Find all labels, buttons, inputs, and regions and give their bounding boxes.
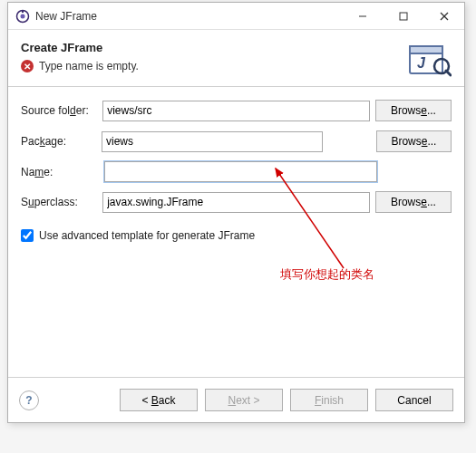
svg-rect-4 xyxy=(400,13,407,20)
source-folder-input[interactable] xyxy=(102,101,370,121)
maximize-button[interactable] xyxy=(383,3,423,30)
header-title: Create JFrame xyxy=(21,41,408,54)
source-folder-label: Source folder: xyxy=(21,104,97,117)
svg-line-12 xyxy=(276,169,344,268)
finish-button[interactable]: Finish xyxy=(290,389,368,411)
error-message: ✕ Type name is empty. xyxy=(21,60,408,72)
cancel-button[interactable]: Cancel xyxy=(375,389,453,411)
svg-rect-8 xyxy=(410,46,442,53)
window-title: New JFrame xyxy=(35,10,342,23)
package-row: Package: Browse... xyxy=(21,130,452,152)
svg-rect-2 xyxy=(22,10,24,13)
annotation-text: 填写你想起的类名 xyxy=(280,266,374,283)
back-button[interactable]: < Back xyxy=(120,389,198,411)
svg-line-11 xyxy=(446,71,451,75)
svg-text:J: J xyxy=(417,55,426,71)
advanced-template-label: Use advanced template for generate JFram… xyxy=(39,229,255,242)
dialog-footer: ? < Back Next > Finish Cancel xyxy=(8,377,464,422)
package-input[interactable] xyxy=(102,131,323,152)
name-input[interactable] xyxy=(104,161,377,182)
close-button[interactable] xyxy=(423,3,464,30)
svg-point-1 xyxy=(21,14,25,18)
help-button[interactable]: ? xyxy=(19,390,39,410)
source-folder-row: Source folder: Browse... xyxy=(21,100,452,121)
dialog-window: New JFrame Create JFrame ✕ Type name is … xyxy=(7,2,465,423)
package-browse-button[interactable]: Browse... xyxy=(376,130,452,152)
form-area: Source folder: Browse... Package: Browse… xyxy=(8,87,464,377)
jframe-icon: J xyxy=(408,41,452,77)
advanced-template-checkbox[interactable] xyxy=(21,229,34,242)
app-icon xyxy=(15,9,30,24)
dialog-header: Create JFrame ✕ Type name is empty. J xyxy=(8,30,464,87)
error-icon: ✕ xyxy=(21,60,34,72)
next-button[interactable]: Next > xyxy=(205,389,283,411)
package-label: Package: xyxy=(21,135,96,148)
titlebar: New JFrame xyxy=(8,3,464,30)
superclass-browse-button[interactable]: Browse... xyxy=(375,191,452,213)
superclass-input[interactable] xyxy=(102,192,370,213)
source-browse-button[interactable]: Browse... xyxy=(375,100,452,121)
superclass-row: Superclass: Browse... xyxy=(21,191,452,213)
superclass-label: Superclass: xyxy=(21,196,97,208)
advanced-template-row: Use advanced template for generate JFram… xyxy=(21,229,452,242)
minimize-button[interactable] xyxy=(342,3,383,30)
name-row: Name: xyxy=(21,161,452,182)
name-label: Name: xyxy=(21,166,99,178)
error-text: Type name is empty. xyxy=(39,60,139,72)
